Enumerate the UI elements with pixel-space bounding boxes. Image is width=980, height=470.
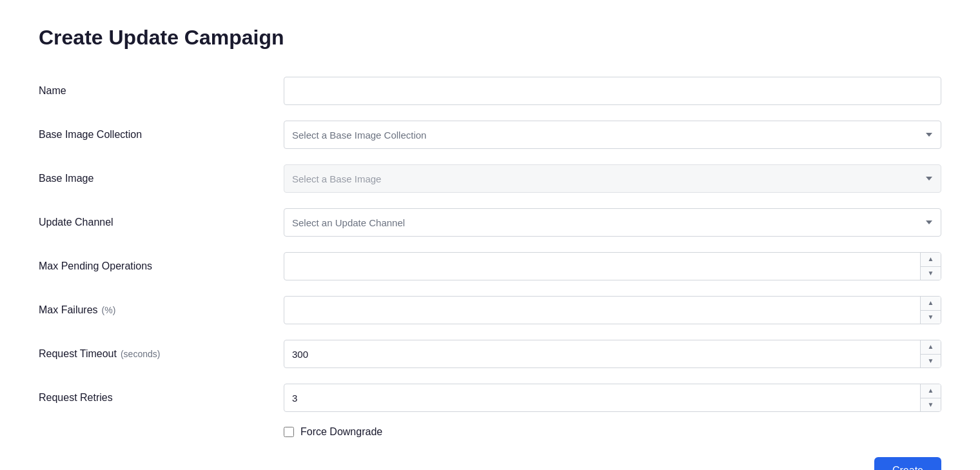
name-field-wrapper	[284, 77, 941, 105]
request-timeout-spinner: ▲ ▼	[920, 340, 941, 367]
create-button[interactable]: Create	[874, 457, 941, 470]
max-failures-increment[interactable]: ▲	[921, 297, 941, 311]
request-retries-spinner: ▲ ▼	[920, 384, 941, 411]
request-timeout-increment[interactable]: ▲	[921, 340, 941, 355]
update-channel-row: Update Channel Select an Update Channel	[39, 207, 941, 238]
base-image-collection-label: Base Image Collection	[39, 129, 284, 141]
request-timeout-wrapper: ▲ ▼	[284, 340, 941, 368]
name-input[interactable]	[284, 77, 941, 105]
update-channel-select[interactable]: Select an Update Channel	[284, 208, 941, 237]
base-image-row: Base Image Select a Base Image	[39, 163, 941, 194]
create-campaign-form: Name Base Image Collection Select a Base…	[39, 75, 941, 470]
page-title: Create Update Campaign	[39, 26, 941, 50]
base-image-select[interactable]: Select a Base Image	[284, 164, 941, 193]
request-retries-decrement[interactable]: ▼	[921, 398, 941, 412]
name-label: Name	[39, 85, 284, 97]
force-downgrade-checkbox[interactable]	[284, 427, 294, 437]
max-failures-spinner: ▲ ▼	[920, 297, 941, 324]
base-image-select-wrapper: Select a Base Image	[284, 164, 941, 193]
max-pending-operations-spinner: ▲ ▼	[920, 253, 941, 280]
max-pending-operations-decrement[interactable]: ▼	[921, 267, 941, 280]
update-channel-wrapper: Select an Update Channel	[284, 208, 941, 237]
update-channel-label: Update Channel	[39, 217, 284, 228]
name-row: Name	[39, 75, 941, 106]
max-failures-label: Max Failures (%)	[39, 304, 284, 316]
max-pending-operations-row: Max Pending Operations ▲ ▼	[39, 251, 941, 282]
max-failures-input[interactable]	[284, 296, 941, 324]
max-pending-operations-wrapper: ▲ ▼	[284, 252, 941, 280]
base-image-collection-row: Base Image Collection Select a Base Imag…	[39, 119, 941, 150]
max-pending-operations-input-wrapper: ▲ ▼	[284, 252, 941, 280]
base-image-label: Base Image	[39, 173, 284, 184]
force-downgrade-row: Force Downgrade	[39, 426, 941, 438]
request-retries-row: Request Retries ▲ ▼	[39, 382, 941, 413]
request-timeout-label: Request Timeout (seconds)	[39, 348, 284, 360]
base-image-wrapper: Select a Base Image	[284, 164, 941, 193]
max-failures-wrapper: ▲ ▼	[284, 296, 941, 324]
max-failures-input-wrapper: ▲ ▼	[284, 296, 941, 324]
max-failures-decrement[interactable]: ▼	[921, 311, 941, 324]
request-retries-increment[interactable]: ▲	[921, 384, 941, 398]
request-retries-label: Request Retries	[39, 392, 284, 404]
update-channel-select-wrapper: Select an Update Channel	[284, 208, 941, 237]
base-image-collection-wrapper: Select a Base Image Collection	[284, 121, 941, 149]
base-image-collection-select-wrapper: Select a Base Image Collection	[284, 121, 941, 149]
request-timeout-input[interactable]	[284, 340, 941, 368]
request-retries-input[interactable]	[284, 384, 941, 412]
request-retries-wrapper: ▲ ▼	[284, 384, 941, 412]
force-downgrade-label[interactable]: Force Downgrade	[284, 426, 382, 438]
max-failures-row: Max Failures (%) ▲ ▼	[39, 295, 941, 326]
request-retries-input-wrapper: ▲ ▼	[284, 384, 941, 412]
request-timeout-row: Request Timeout (seconds) ▲ ▼	[39, 338, 941, 369]
button-row: Create	[39, 457, 941, 470]
base-image-collection-select[interactable]: Select a Base Image Collection	[284, 121, 941, 149]
max-pending-operations-increment[interactable]: ▲	[921, 253, 941, 267]
max-pending-operations-input[interactable]	[284, 252, 941, 280]
request-timeout-decrement[interactable]: ▼	[921, 355, 941, 368]
max-pending-operations-label: Max Pending Operations	[39, 260, 284, 272]
request-timeout-input-wrapper: ▲ ▼	[284, 340, 941, 368]
